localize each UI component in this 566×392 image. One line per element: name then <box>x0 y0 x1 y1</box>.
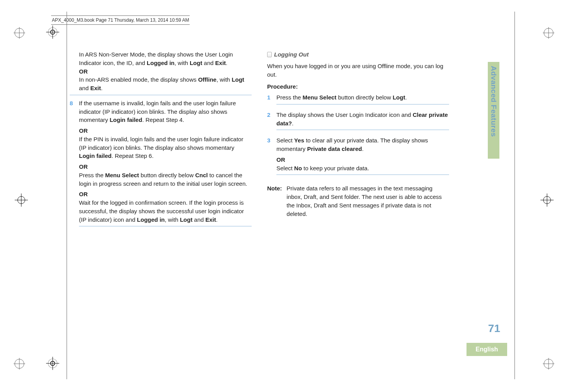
text: . Repeat Step 6. <box>111 152 153 159</box>
text: . <box>292 120 293 127</box>
step-8: 8 If the username is invalid, login fail… <box>70 99 252 231</box>
left-column: In ARS Non-Server Mode, the display show… <box>70 50 252 233</box>
text: . <box>362 146 364 152</box>
ui-string-logged-in: Logged in <box>137 216 165 223</box>
ui-string-logged-in: Logged in <box>147 60 175 66</box>
page: APX_4000_M3.book Page 71 Thursday, March… <box>35 12 530 379</box>
note: Note: Private data refers to all message… <box>267 184 449 218</box>
color-registration-icon <box>543 27 554 39</box>
text: , with <box>165 216 180 223</box>
ui-string-logt: Logt <box>232 76 244 83</box>
section-heading: Logging Out <box>267 50 449 59</box>
intro-text: When you have logged in or you are using… <box>267 62 449 79</box>
color-registration-icon <box>543 358 554 370</box>
text: Press the <box>79 172 105 178</box>
or-label: OR <box>276 156 449 164</box>
ui-string-no: No <box>294 165 302 171</box>
crop-line-right <box>515 12 515 379</box>
step-number-3: 3 <box>267 136 276 179</box>
or-label: OR <box>79 163 252 171</box>
step-2: 2 The display shows the User Login Indic… <box>267 111 449 134</box>
or-label: OR <box>70 67 252 76</box>
step-1: 1 Press the Menu Select button directly … <box>267 93 449 108</box>
text: and <box>79 85 90 91</box>
ui-string-exit: Exit <box>206 216 216 223</box>
ui-string-logt: Logt <box>190 60 202 66</box>
text: Press the <box>276 94 303 101</box>
text: . <box>101 85 103 91</box>
ui-string-private-data-cleared: Private data cleared <box>307 146 362 152</box>
ui-string-offline: Offline <box>198 76 217 83</box>
menu-select-label: Menu Select <box>105 172 139 178</box>
text: and <box>192 216 205 223</box>
divider <box>70 95 252 95</box>
text: If the PIN is invalid, login fails and t… <box>79 136 243 151</box>
step-number-2: 2 <box>267 111 276 134</box>
step-3: 3 Select Yes to clear all your private d… <box>267 136 449 179</box>
text: . <box>226 60 227 66</box>
ui-string-login-failed: Login failed <box>110 116 142 123</box>
text: , with <box>216 76 232 83</box>
ui-string-login-failed: Login failed <box>79 152 111 159</box>
text: and <box>202 60 215 66</box>
registration-mark-icon <box>540 193 554 207</box>
ui-string-cncl: Cncl <box>195 172 208 178</box>
ui-string-yes: Yes <box>294 137 304 144</box>
text: . <box>216 216 218 223</box>
document-icon <box>267 52 272 57</box>
crop-mark-icon <box>48 359 57 368</box>
note-label: Note: <box>267 184 282 218</box>
ui-string-logt: Logt <box>180 216 192 223</box>
color-registration-icon <box>14 27 25 39</box>
text: to keep your private data. <box>302 165 369 171</box>
text: . <box>405 94 407 101</box>
heading-logging-out: Logging Out <box>274 50 309 59</box>
procedure-label: Procedure: <box>267 82 449 91</box>
divider <box>276 130 449 130</box>
page-number: 71 <box>488 322 500 335</box>
text: In non-ARS enabled mode, the display sho… <box>79 76 198 83</box>
text: button directly below <box>139 172 195 178</box>
divider <box>79 226 252 226</box>
sidebar-tab: Advanced Features <box>488 62 499 159</box>
note-body: Private data refers to all messages in t… <box>286 184 449 218</box>
text: Select <box>276 137 294 144</box>
para-ars-non-server: In ARS Non-Server Mode, the display show… <box>70 50 252 92</box>
ui-string-logt: Logt <box>393 94 405 101</box>
right-column: Logging Out When you have logged in or y… <box>267 50 449 233</box>
sidebar-tab-label: Advanced Features <box>489 66 498 137</box>
color-registration-icon <box>14 358 25 370</box>
crop-mark-icon <box>48 28 57 36</box>
registration-mark-icon <box>15 193 28 207</box>
step-number-8: 8 <box>70 99 79 231</box>
menu-select-label: Menu Select <box>303 94 337 101</box>
language-tab: English <box>467 343 507 356</box>
divider <box>276 175 449 175</box>
step-number-1: 1 <box>267 93 276 108</box>
text: button directly below <box>336 94 393 101</box>
or-label: OR <box>79 190 252 199</box>
or-label: OR <box>79 127 252 135</box>
step-8-body: If the username is invalid, login fails … <box>79 99 252 231</box>
divider <box>276 104 449 104</box>
text: The display shows the User Login Indicat… <box>276 111 413 118</box>
text: Select <box>276 165 294 171</box>
book-header: APX_4000_M3.book Page 71 Thursday, March… <box>51 15 190 25</box>
ui-string-exit: Exit <box>215 60 226 66</box>
crop-line-left <box>67 12 67 379</box>
text: , with <box>175 60 190 66</box>
ui-string-exit: Exit <box>90 85 101 91</box>
content-area: In ARS Non-Server Mode, the display show… <box>70 50 449 233</box>
text: . Repeat Step 4. <box>142 116 184 123</box>
